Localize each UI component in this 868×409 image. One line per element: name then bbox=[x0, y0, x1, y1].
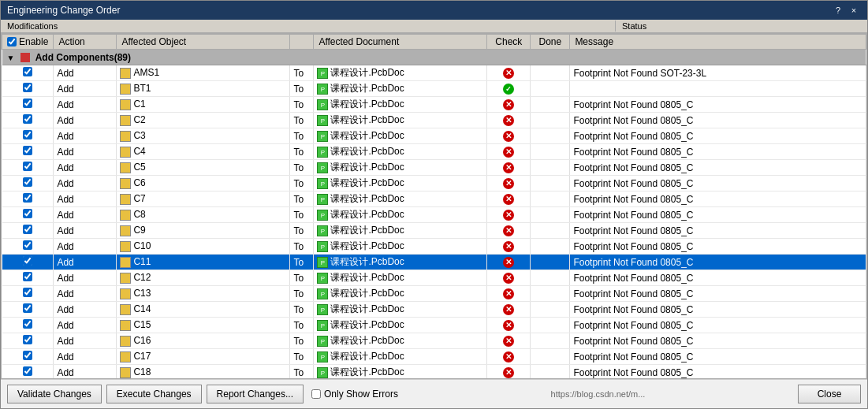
check-cell: ✕ bbox=[487, 302, 531, 318]
action-cell: Add bbox=[54, 302, 117, 318]
component-icon bbox=[120, 351, 131, 363]
enable-all-checkbox[interactable] bbox=[7, 37, 17, 46]
to-cell: To bbox=[290, 318, 314, 333]
document-cell: P课程设计.PcbDoc bbox=[314, 81, 487, 97]
table-row: Add C1 To P课程设计.PcbDoc ✕ Footprint Not F… bbox=[2, 97, 866, 113]
row-checkbox[interactable] bbox=[23, 67, 32, 76]
row-checkbox[interactable] bbox=[23, 225, 32, 234]
document-cell: P课程设计.PcbDoc bbox=[314, 270, 487, 286]
only-show-errors-checkbox[interactable] bbox=[311, 389, 321, 399]
object-cell: C18 bbox=[117, 365, 290, 380]
message-cell: Footprint Not Found 0805_C bbox=[570, 128, 866, 144]
row-checkbox[interactable] bbox=[23, 209, 32, 218]
object-cell: C11 bbox=[117, 255, 290, 270]
close-title-button[interactable]: × bbox=[847, 4, 861, 17]
enable-cell bbox=[2, 207, 54, 223]
done-cell bbox=[531, 349, 570, 365]
row-checkbox[interactable] bbox=[23, 83, 32, 92]
object-cell: C6 bbox=[117, 176, 290, 191]
row-checkbox[interactable] bbox=[23, 99, 32, 108]
to-spacer-header bbox=[290, 35, 314, 50]
document-cell: P课程设计.PcbDoc bbox=[314, 65, 487, 81]
document-icon: P bbox=[317, 84, 328, 95]
row-checkbox[interactable] bbox=[23, 288, 32, 297]
check-cell: ✕ bbox=[487, 270, 531, 286]
row-checkbox[interactable] bbox=[23, 366, 32, 376]
action-cell: Add bbox=[54, 270, 117, 286]
row-checkbox[interactable] bbox=[23, 272, 32, 281]
status-error-icon: ✕ bbox=[503, 351, 514, 363]
title-bar: Engineering Change Order ? × bbox=[1, 1, 867, 20]
done-cell bbox=[531, 270, 570, 286]
dialog-title: Engineering Change Order bbox=[7, 5, 120, 16]
table-row: Add C9 To P课程设计.PcbDoc ✕ Footprint Not F… bbox=[2, 223, 866, 239]
help-button[interactable]: ? bbox=[831, 4, 845, 17]
check-cell: ✕ bbox=[487, 160, 531, 176]
row-checkbox[interactable] bbox=[23, 146, 32, 155]
row-checkbox[interactable] bbox=[23, 319, 32, 329]
component-icon bbox=[120, 210, 131, 221]
done-cell bbox=[531, 65, 570, 81]
table-row: Add C2 To P课程设计.PcbDoc ✕ Footprint Not F… bbox=[2, 113, 866, 128]
row-checkbox[interactable] bbox=[23, 351, 32, 360]
action-cell: Add bbox=[54, 191, 117, 207]
row-checkbox[interactable] bbox=[23, 114, 32, 124]
row-checkbox[interactable] bbox=[23, 177, 32, 187]
changes-table-container[interactable]: Enable Action Affected Object Affected D… bbox=[1, 33, 867, 379]
document-icon: P bbox=[317, 68, 328, 79]
execute-changes-button[interactable]: Execute Changes bbox=[106, 385, 202, 403]
done-cell bbox=[531, 207, 570, 223]
enable-cell bbox=[2, 113, 54, 128]
document-cell: P课程设计.PcbDoc bbox=[314, 207, 487, 223]
document-cell: P课程设计.PcbDoc bbox=[314, 191, 487, 207]
row-checkbox[interactable] bbox=[23, 162, 32, 171]
status-error-icon: ✕ bbox=[503, 147, 514, 158]
action-cell: Add bbox=[54, 318, 117, 333]
done-cell bbox=[531, 128, 570, 144]
message-cell: Footprint Not Found 0805_C bbox=[570, 176, 866, 191]
message-cell: Footprint Not Found 0805_C bbox=[570, 365, 866, 380]
check-cell: ✕ bbox=[487, 207, 531, 223]
done-cell bbox=[531, 191, 570, 207]
action-cell: Add bbox=[54, 239, 117, 255]
table-row: Add C6 To P课程设计.PcbDoc ✕ Footprint Not F… bbox=[2, 176, 866, 191]
to-cell: To bbox=[290, 207, 314, 223]
object-cell: BT1 bbox=[117, 81, 290, 97]
table-row: Add C16 To P课程设计.PcbDoc ✕ Footprint Not … bbox=[2, 333, 866, 349]
done-cell bbox=[531, 160, 570, 176]
row-checkbox[interactable] bbox=[23, 193, 32, 203]
component-icon bbox=[120, 115, 131, 126]
row-checkbox[interactable] bbox=[23, 130, 32, 139]
check-cell: ✕ bbox=[487, 113, 531, 128]
to-cell: To bbox=[290, 239, 314, 255]
status-ok-icon: ✓ bbox=[503, 84, 514, 95]
to-cell: To bbox=[290, 113, 314, 128]
row-checkbox[interactable] bbox=[23, 303, 32, 313]
component-icon bbox=[120, 257, 131, 268]
to-cell: To bbox=[290, 270, 314, 286]
component-icon bbox=[120, 131, 131, 142]
table-row: Add C17 To P课程设计.PcbDoc ✕ Footprint Not … bbox=[2, 349, 866, 365]
enable-cell bbox=[2, 302, 54, 318]
group-expand-icon[interactable]: ▼ bbox=[7, 54, 15, 62]
enable-cell bbox=[2, 365, 54, 380]
report-changes-button[interactable]: Report Changes... bbox=[207, 385, 304, 403]
table-body: ▼ Add Components(89) Add AMS1 To P课程设计.P… bbox=[2, 50, 866, 380]
table-row: Add C5 To P课程设计.PcbDoc ✕ Footprint Not F… bbox=[2, 160, 866, 176]
row-checkbox[interactable] bbox=[23, 335, 32, 344]
message-cell: Footprint Not Found 0805_C bbox=[570, 286, 866, 302]
group-header-row: ▼ Add Components(89) bbox=[2, 50, 866, 65]
check-cell: ✕ bbox=[487, 286, 531, 302]
group-header-label: Add Components(89) bbox=[35, 52, 131, 63]
row-checkbox[interactable] bbox=[23, 256, 32, 266]
action-cell: Add bbox=[54, 113, 117, 128]
validate-changes-button[interactable]: Validate Changes bbox=[7, 385, 102, 403]
close-button[interactable]: Close bbox=[798, 385, 861, 403]
table-row: Add C12 To P课程设计.PcbDoc ✕ Footprint Not … bbox=[2, 270, 866, 286]
message-cell: Footprint Not Found 0805_C bbox=[570, 223, 866, 239]
object-cell: C4 bbox=[117, 144, 290, 160]
to-cell: To bbox=[290, 286, 314, 302]
row-checkbox[interactable] bbox=[23, 240, 32, 250]
table-row: Add C4 To P课程设计.PcbDoc ✕ Footprint Not F… bbox=[2, 144, 866, 160]
check-cell: ✕ bbox=[487, 191, 531, 207]
